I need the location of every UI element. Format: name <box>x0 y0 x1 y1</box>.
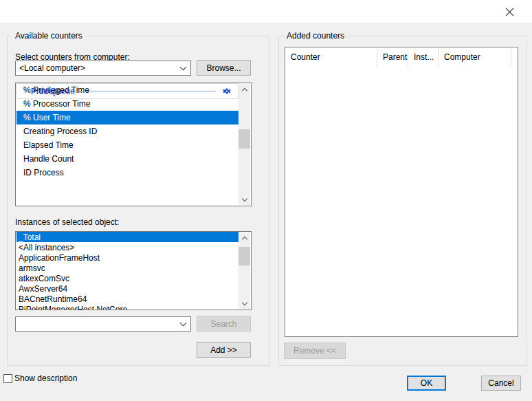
computer-combobox-value: <Local computer> <box>16 63 175 73</box>
add-button[interactable]: Add >> <box>197 342 251 358</box>
chevron-down-icon <box>241 299 247 305</box>
counter-item-processor-time[interactable]: % Processor Time <box>16 97 239 111</box>
scrollbar-thumb[interactable] <box>239 129 250 149</box>
chevron-up-icon <box>241 87 247 93</box>
instance-item-all-instances[interactable]: <All instances> <box>16 242 239 252</box>
counters-list: Print QueueProcess% Privileged Time% Pro… <box>15 83 252 206</box>
group-rule <box>67 91 216 91</box>
counter-group-process[interactable]: Process <box>16 83 239 99</box>
browse-button[interactable]: Browse... <box>197 60 251 76</box>
instance-item-total[interactable]: _Total <box>16 232 239 242</box>
ok-button[interactable]: OK <box>407 376 446 391</box>
search-combobox[interactable] <box>15 316 191 332</box>
column-header-inst[interactable]: Inst... <box>408 47 439 67</box>
instance-item-awxserver64[interactable]: AwxServer64 <box>16 283 239 294</box>
counter-group-label: Process <box>31 87 60 96</box>
added-counters-title: Added counters <box>285 31 346 41</box>
column-header-parent[interactable]: Parent <box>377 47 408 67</box>
scrollbar-thumb[interactable] <box>239 247 250 265</box>
counter-item-handle-count[interactable]: Handle Count <box>16 152 239 166</box>
counter-item-user-time[interactable]: % User Time <box>16 111 239 124</box>
instance-item-armsvc[interactable]: armsvc <box>16 263 239 273</box>
show-description-checkbox[interactable] <box>3 374 12 383</box>
computer-combobox[interactable]: <Local computer> <box>15 61 191 76</box>
instance-item-applicationframehost[interactable]: ApplicationFrameHost <box>16 252 239 263</box>
listview-header: CounterParentInst...Computer <box>285 47 518 67</box>
remove-button[interactable]: Remove << <box>284 343 346 359</box>
scrollbar-up-button[interactable] <box>239 232 250 244</box>
counter-item-id-process[interactable]: ID Process <box>16 166 239 180</box>
counters-scrollbar[interactable] <box>239 84 250 205</box>
chevron-up-icon <box>241 236 247 241</box>
scrollbar-up-button[interactable] <box>239 84 250 96</box>
cancel-button[interactable]: Cancel <box>481 376 521 391</box>
close-icon <box>505 8 514 17</box>
instances-label: Instances of selected object: <box>15 217 119 227</box>
instances-list: _Total<All instances>ApplicationFrameHos… <box>15 231 252 310</box>
instances-scrollbar[interactable] <box>239 232 250 309</box>
search-button[interactable]: Search <box>197 316 251 332</box>
column-header-label: Parent <box>383 52 407 62</box>
scrollbar-down-button[interactable] <box>239 297 250 309</box>
chevron-down-icon <box>241 195 247 201</box>
column-header-label: Computer <box>444 52 480 62</box>
instance-item-atkexcomsvc[interactable]: atkexComSvc <box>16 273 239 283</box>
column-header-computer[interactable]: Computer <box>439 47 511 67</box>
column-header-label: Counter <box>291 52 320 62</box>
add-counters-dialog: Available counters Select counters from … <box>0 0 532 401</box>
column-header-label: Inst... <box>414 52 434 62</box>
available-counters-title: Available counters <box>13 31 85 41</box>
chevron-up-icon[interactable] <box>223 88 230 96</box>
scrollbar-down-button[interactable] <box>239 193 250 205</box>
instance-item-bacnetruntime64[interactable]: BACnetRuntime64 <box>16 294 239 304</box>
close-button[interactable] <box>499 3 520 21</box>
title-bar <box>0 0 532 23</box>
added-counters-listview: CounterParentInst...Computer <box>285 47 518 337</box>
instance-item-bipointmanagerhost-netcore[interactable]: BiPointManagerHost.NetCore <box>16 304 239 310</box>
column-header-counter[interactable]: Counter <box>285 47 377 67</box>
counter-item-creating-process-id[interactable]: Creating Process ID <box>16 124 239 138</box>
chevron-down-icon[interactable] <box>175 317 190 331</box>
show-description-label: Show description <box>14 373 77 383</box>
chevron-down-icon[interactable] <box>175 61 190 75</box>
counter-item-elapsed-time[interactable]: Elapsed Time <box>16 138 239 152</box>
